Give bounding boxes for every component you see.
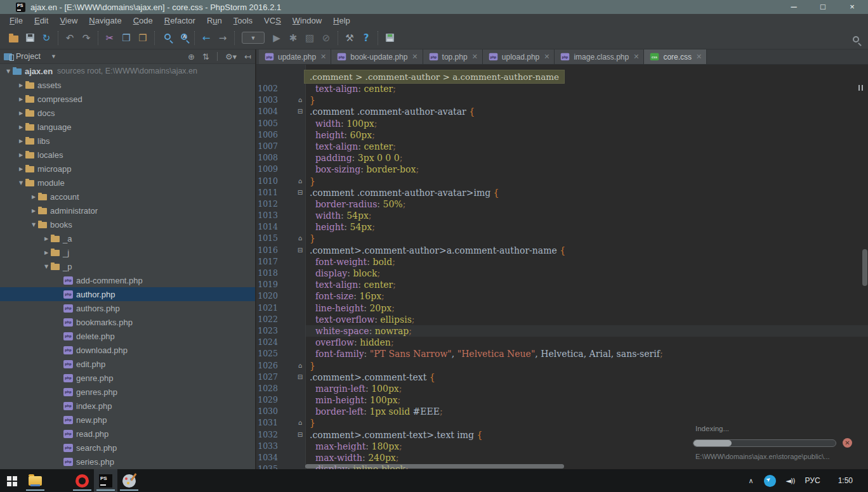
close-tab-icon[interactable]: ✕ xyxy=(472,53,478,61)
tab-update-php[interactable]: phpupdate.php✕ xyxy=(259,49,331,64)
close-tab-icon[interactable]: ✕ xyxy=(412,53,418,61)
fold-start-icon[interactable]: ⊟ xyxy=(296,245,305,256)
chevron-collapsed-icon[interactable]: ▶ xyxy=(29,208,38,214)
project-panel-title[interactable]: Project xyxy=(16,52,41,61)
code-line-1014[interactable]: 1014 height: 54px; xyxy=(256,221,868,233)
menu-code[interactable]: Code xyxy=(128,16,159,25)
chevron-collapsed-icon[interactable]: ▶ xyxy=(29,194,38,200)
cut-icon[interactable]: ✂ xyxy=(102,30,118,46)
code-editor[interactable]: 1002 text-align: center;1003⌂}1004⊟.comm… xyxy=(256,65,868,469)
tree-item-read-php[interactable]: phpread.php xyxy=(0,427,255,441)
replace-icon[interactable] xyxy=(174,30,191,46)
search-everywhere-icon[interactable] xyxy=(846,32,863,48)
undo-icon[interactable]: ↶ xyxy=(62,30,78,46)
language-indicator[interactable]: РУС xyxy=(805,476,820,485)
synchronize-icon[interactable]: ↻ xyxy=(38,30,55,46)
run-configurations-dropdown[interactable]: ▼ xyxy=(242,32,265,44)
code-line-1027[interactable]: 1027⊟.comment>.comment-text { xyxy=(256,372,868,383)
hide-panel-icon[interactable]: ↤ xyxy=(244,52,251,62)
fold-start-icon[interactable]: ⊟ xyxy=(296,429,305,441)
paste-icon[interactable]: ❒ xyxy=(135,30,151,46)
code-line-1007[interactable]: 1007 text-align: center; xyxy=(256,141,868,152)
chevron-collapsed-icon[interactable]: ▶ xyxy=(16,152,25,158)
chevron-collapsed-icon[interactable]: ▶ xyxy=(16,166,25,172)
settings-gear-icon[interactable]: ⚙▾ xyxy=(225,52,237,62)
chevron-expanded-icon[interactable]: ▼ xyxy=(42,264,51,269)
code-line-1010[interactable]: 1010⌂} xyxy=(256,176,868,187)
code-line-1013[interactable]: 1013 width: 54px; xyxy=(256,210,868,221)
maximize-button[interactable]: □ xyxy=(808,0,838,14)
chevron-expanded-icon[interactable]: ▼ xyxy=(29,222,38,228)
clock[interactable]: 1:50 xyxy=(838,476,853,485)
close-tab-icon[interactable]: ✕ xyxy=(633,53,639,61)
code-line-1006[interactable]: 1006 height: 60px; xyxy=(256,129,868,141)
code-line-1022[interactable]: 1022 text-overflow: ellipsis; xyxy=(256,314,868,325)
tree-item-index-php[interactable]: phpindex.php xyxy=(0,399,255,413)
tab-core-css[interactable]: csscore.css✕ xyxy=(644,49,707,64)
export-settings-icon[interactable] xyxy=(381,30,398,46)
code-line-1015[interactable]: 1015⌂} xyxy=(256,233,868,244)
code-line-1018[interactable]: 1018 display: block; xyxy=(256,268,868,279)
tree-item-microapp[interactable]: ▶microapp xyxy=(0,162,255,176)
code-line-1020[interactable]: 1020 font-size: 16px; xyxy=(256,290,868,302)
menu-edit[interactable]: Edit xyxy=(29,16,54,25)
code-line-1024[interactable]: 1024 overflow: hidden; xyxy=(256,337,868,348)
taskbar-explorer-icon[interactable] xyxy=(23,469,47,492)
code-line-1028[interactable]: 1028 margin-left: 100px; xyxy=(256,383,868,394)
vertical-scrollbar[interactable] xyxy=(862,249,867,286)
code-line-1019[interactable]: 1019 text-align: center; xyxy=(256,279,868,290)
run-with-coverage-icon[interactable]: ▨ xyxy=(301,30,318,46)
tree-item-account[interactable]: ▶account xyxy=(0,190,255,204)
taskbar-start-icon[interactable] xyxy=(0,469,23,492)
open-file-icon[interactable] xyxy=(5,30,22,46)
fold-end-icon[interactable]: ⌂ xyxy=(296,94,305,106)
menu-run[interactable]: Run xyxy=(201,16,228,25)
locate-icon[interactable]: ⊕ xyxy=(188,52,195,62)
scroll-from-source-icon[interactable]: ⇅ xyxy=(202,52,209,62)
tree-item-docs[interactable]: ▶docs xyxy=(0,106,255,120)
chevron-collapsed-icon[interactable]: ▶ xyxy=(16,110,25,116)
menu-help[interactable]: Help xyxy=(327,16,356,25)
chevron-collapsed-icon[interactable]: ▶ xyxy=(16,96,25,102)
code-line-1008[interactable]: 1008 padding: 3px 0 0 0; xyxy=(256,152,868,164)
taskbar-phpstorm-icon[interactable]: PS xyxy=(94,469,117,492)
tree-item-download-php[interactable]: phpdownload.php xyxy=(0,343,255,357)
volume-icon[interactable]: ◄)) xyxy=(786,477,795,485)
menu-window[interactable]: Window xyxy=(287,16,327,25)
tree-item-new-php[interactable]: phpnew.php xyxy=(0,413,255,427)
code-line-1026[interactable]: 1026⌂} xyxy=(256,360,868,372)
tree-item-add-comment-php[interactable]: phpadd-comment.php xyxy=(0,273,255,287)
close-button[interactable]: × xyxy=(838,0,867,14)
chevron-collapsed-icon[interactable]: ▶ xyxy=(42,236,51,242)
code-line-1029[interactable]: 1029 min-height: 100px; xyxy=(256,394,868,406)
code-line-1021[interactable]: 1021 line-height: 20px; xyxy=(256,302,868,314)
help-icon[interactable]: ? xyxy=(358,30,374,46)
tree-item--a[interactable]: ▶_a xyxy=(0,231,255,245)
settings-icon[interactable]: ⚒ xyxy=(341,30,358,46)
chevron-expanded-icon[interactable]: ▼ xyxy=(4,68,13,74)
fold-end-icon[interactable]: ⌂ xyxy=(296,233,305,244)
code-line-1025[interactable]: 1025 font-family: "PT Sans Narrow", "Hel… xyxy=(256,348,868,359)
chevron-expanded-icon[interactable]: ▼ xyxy=(16,180,25,186)
code-line-1003[interactable]: 1003⌂} xyxy=(256,94,868,106)
chevron-collapsed-icon[interactable]: ▶ xyxy=(42,250,51,256)
run-icon[interactable]: ▶ xyxy=(268,30,285,46)
telegram-tray-icon[interactable] xyxy=(764,475,776,487)
tree-item-assets[interactable]: ▶assets xyxy=(0,78,255,92)
taskbar-media-player-icon[interactable] xyxy=(47,469,70,492)
fold-end-icon[interactable]: ⌂ xyxy=(296,360,305,372)
tree-item-ajax-en[interactable]: ▼ajax.ensources root, E:\WWW\domains\aja… xyxy=(0,64,255,78)
tree-item--p[interactable]: ▼_p xyxy=(0,259,255,273)
tree-item-delete-php[interactable]: phpdelete.php xyxy=(0,329,255,343)
horizontal-scrollbar[interactable] xyxy=(305,464,564,469)
code-line-1012[interactable]: 1012 border-radius: 50%; xyxy=(256,198,868,210)
tab-book-update-php[interactable]: phpbook-update.php✕ xyxy=(331,49,423,64)
tree-item-administrator[interactable]: ▶administrator xyxy=(0,204,255,217)
tree-item-module[interactable]: ▼module xyxy=(0,176,255,190)
find-icon[interactable] xyxy=(158,30,174,46)
code-line-1011[interactable]: 1011⊟.comment .comment-author-avatar>img… xyxy=(256,187,868,198)
close-tab-icon[interactable]: ✕ xyxy=(320,53,326,61)
minimize-button[interactable]: ─ xyxy=(779,0,808,14)
chevron-collapsed-icon[interactable]: ▶ xyxy=(16,124,25,130)
tree-item-genre-php[interactable]: phpgenre.php xyxy=(0,371,255,385)
